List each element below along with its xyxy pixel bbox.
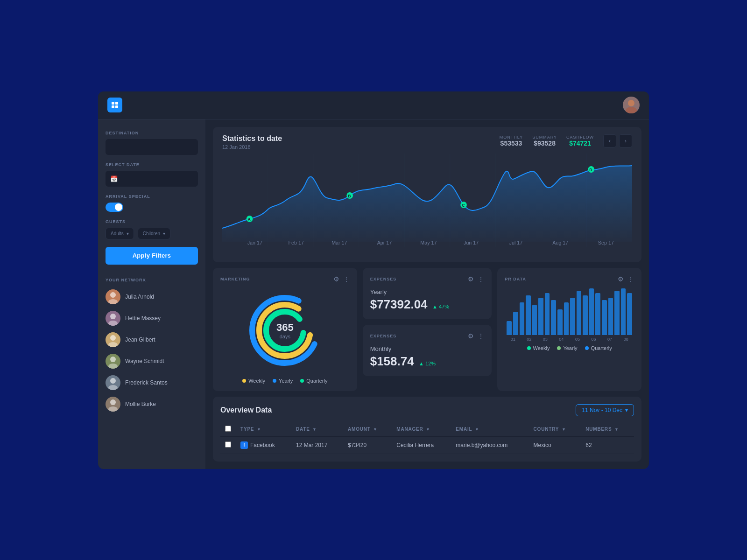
- destination-label: DESTINATION: [106, 131, 198, 135]
- summary-label: SUMMARY: [532, 135, 557, 140]
- donut-chart: 365 days: [247, 293, 322, 368]
- col-numbers[interactable]: NUMBERS ▾: [581, 422, 634, 437]
- chart-prev-button[interactable]: ‹: [603, 134, 616, 147]
- exp-monthly-settings-icon[interactable]: ⚙: [468, 332, 474, 340]
- bar: [602, 300, 607, 335]
- network-name: Wayne Schmidt: [125, 358, 164, 364]
- network-item[interactable]: Frederick Santos: [106, 372, 198, 393]
- marketing-card-actions: ⚙ ⋮: [333, 275, 350, 283]
- children-label: Children: [143, 231, 160, 236]
- exp-monthly-more-icon[interactable]: ⋮: [478, 332, 484, 340]
- bar: [589, 288, 594, 335]
- col-country[interactable]: COUNTRY ▾: [529, 422, 581, 437]
- guests-label: GUESTS: [106, 219, 198, 224]
- network-avatar: [106, 311, 120, 326]
- expenses-monthly-change: ▲ 12%: [419, 361, 436, 366]
- marketing-donut-wrap: 365 days WeeklyYearlyQuarterly: [220, 288, 350, 384]
- date-input[interactable]: [106, 171, 198, 187]
- network-item[interactable]: Wayne Schmidt: [106, 350, 198, 372]
- top-bar: [98, 91, 649, 119]
- bar: [526, 295, 531, 335]
- network-name: Mollie Burke: [125, 401, 156, 407]
- avatar[interactable]: [623, 97, 640, 113]
- pr-settings-icon[interactable]: ⚙: [618, 275, 624, 283]
- expenses-yearly-label: Yearly: [370, 288, 485, 295]
- network-item[interactable]: Hettie Massey: [106, 308, 198, 329]
- bar-label: 05: [575, 337, 580, 342]
- col-type[interactable]: TYPE ▾: [236, 422, 291, 437]
- svg-point-15: [108, 385, 118, 390]
- bar: [538, 298, 543, 335]
- svg-text:D: D: [589, 167, 592, 172]
- bar: [627, 293, 632, 335]
- chart-nav-buttons: ‹ ›: [603, 134, 632, 147]
- row-amount: $73420: [343, 436, 392, 454]
- bar: [507, 321, 512, 335]
- expenses-yearly-header: EXPENSES ⚙ ⋮: [370, 275, 485, 283]
- row-checkbox[interactable]: [225, 441, 231, 448]
- stats-title: Statistics to date: [222, 134, 282, 143]
- expenses-yearly-actions: ⚙ ⋮: [468, 275, 484, 283]
- app-logo-icon[interactable]: [107, 98, 122, 112]
- children-select[interactable]: Children ▾: [138, 228, 170, 239]
- bar: [577, 291, 582, 335]
- network-label: YOUR NETWORK: [106, 278, 198, 282]
- bar: [545, 293, 550, 335]
- bar-label: 04: [559, 337, 564, 342]
- network-avatar: [106, 332, 120, 347]
- exp-yearly-more-icon[interactable]: ⋮: [478, 275, 484, 283]
- arrival-special-label: ARRIVAL SPECIAL: [106, 194, 198, 199]
- overview-card: Overview Data 11 Nov - 10 Dec ▾ TYPE ▾ D…: [213, 397, 641, 462]
- bar-label: 02: [527, 337, 531, 342]
- pr-legend-dot: [557, 346, 561, 350]
- pr-bar-chart: [505, 288, 634, 335]
- destination-input[interactable]: [106, 139, 198, 155]
- svg-point-10: [110, 335, 116, 341]
- summary-value: $93528: [532, 140, 557, 147]
- network-item[interactable]: Julia Arnold: [106, 286, 198, 308]
- guests-row: Adults ▾ Children ▾: [106, 228, 198, 239]
- network-item[interactable]: Jean Gilbert: [106, 329, 198, 350]
- col-date[interactable]: DATE ▾: [291, 422, 343, 437]
- network-item[interactable]: Mollie Burke: [106, 393, 198, 415]
- stats-header: Statistics to date 12 Jan 2018 MONTHLY $…: [222, 134, 632, 150]
- network-avatar: [106, 354, 120, 369]
- overview-title: Overview Data: [220, 406, 272, 414]
- pr-legend-dot: [585, 346, 589, 350]
- col-email[interactable]: EMAIL ▾: [451, 422, 529, 437]
- svg-point-9: [108, 321, 118, 326]
- svg-rect-1: [115, 102, 118, 105]
- expenses-monthly-amount: $158.74 ▲ 12%: [370, 354, 485, 369]
- expenses-monthly-label: Monthly: [370, 345, 485, 352]
- arrival-toggle-row: [106, 203, 198, 212]
- marketing-card: MARKETING ⚙ ⋮: [213, 268, 357, 391]
- marketing-settings-icon[interactable]: ⚙: [333, 275, 339, 283]
- table-body: Facebook 12 Mar 2017 $73420 Cecilia Herr…: [220, 436, 634, 454]
- adults-select[interactable]: Adults ▾: [106, 228, 134, 239]
- expenses-col: EXPENSES ⚙ ⋮ Yearly $77392.04 ▲ 47%: [363, 268, 492, 391]
- expenses-monthly-title: EXPENSES: [370, 334, 397, 338]
- pr-more-icon[interactable]: ⋮: [627, 275, 634, 283]
- facebook-icon: Facebook: [240, 441, 275, 449]
- svg-text:A: A: [248, 217, 251, 221]
- apply-filters-button[interactable]: Apply Filters: [106, 247, 198, 265]
- pr-legend-label: Yearly: [563, 345, 577, 351]
- pr-legend: WeeklyYearlyQuarterly: [505, 345, 634, 351]
- chart-next-button[interactable]: ›: [619, 134, 632, 147]
- col-manager[interactable]: MANAGER ▾: [392, 422, 451, 437]
- row-country: Mexico: [529, 436, 581, 454]
- overview-table: TYPE ▾ DATE ▾ AMOUNT ▾ MANAGER ▾ EMAIL ▾…: [220, 422, 634, 454]
- date-range-button[interactable]: 11 Nov - 10 Dec ▾: [576, 404, 634, 416]
- pr-legend-dot: [527, 346, 531, 350]
- marketing-more-icon[interactable]: ⋮: [343, 275, 350, 283]
- svg-point-5: [626, 107, 637, 113]
- expenses-monthly-header: EXPENSES ⚙ ⋮: [370, 332, 485, 340]
- arrival-special-toggle[interactable]: [106, 203, 123, 212]
- network-name: Hettie Massey: [125, 315, 161, 322]
- select-all-checkbox[interactable]: [225, 426, 231, 432]
- network-name: Frederick Santos: [125, 379, 168, 386]
- exp-yearly-settings-icon[interactable]: ⚙: [468, 275, 474, 283]
- col-amount[interactable]: AMOUNT ▾: [343, 422, 392, 437]
- stats-title-group: Statistics to date 12 Jan 2018: [222, 134, 282, 150]
- svg-point-14: [110, 378, 116, 384]
